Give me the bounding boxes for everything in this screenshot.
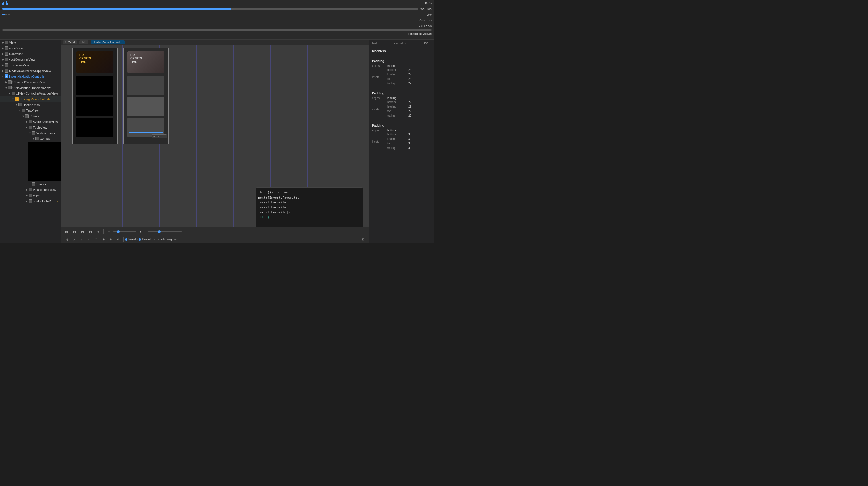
- tree-item-controller[interactable]: ▶ Controller: [0, 51, 61, 57]
- tree-toggle[interactable]: ▼: [32, 137, 35, 140]
- breadcrumb-invest[interactable]: Invest: [128, 238, 136, 241]
- tree-toggle-hosting-vc[interactable]: ▼: [11, 97, 15, 101]
- tree-item-uinav-transition[interactable]: ▼ UINavigationTransitionView: [0, 85, 61, 91]
- canvas-tab-tab[interactable]: Tab: [79, 40, 88, 44]
- view-icon: [8, 86, 12, 90]
- tree-toggle[interactable]: ▶: [1, 58, 4, 61]
- toolbar-btn-left-8[interactable]: ⊘: [115, 236, 122, 243]
- tree-item-spacer[interactable]: Spacer: [0, 181, 61, 187]
- toolbar-btn-layout3[interactable]: ⊠: [79, 229, 86, 235]
- tree-item-testview[interactable]: ▼ TestView: [0, 108, 61, 113]
- tree-item-hosting-view[interactable]: ▼ Hosting view: [0, 102, 61, 108]
- toolbar-btn-layout1[interactable]: ⊞: [63, 229, 70, 235]
- toolbar-btn-left-3[interactable]: ↑: [78, 236, 85, 243]
- tree-toggle[interactable]: ▼: [4, 86, 8, 90]
- view-icon: [28, 120, 32, 124]
- tree-toggle[interactable]: ▶: [1, 69, 4, 72]
- tree-toggle[interactable]: ▶: [25, 188, 28, 191]
- toolbar-btn-left-2[interactable]: ▷: [70, 236, 78, 243]
- toolbar-btn-left-1[interactable]: ◁: [63, 236, 70, 243]
- tree-item-view-2[interactable]: ▶ View: [0, 193, 61, 198]
- toolbar-btn-layout4[interactable]: ⊡: [87, 229, 94, 235]
- view-icon: [8, 80, 12, 84]
- tree-toggle[interactable]: ▼: [15, 103, 18, 106]
- tree-item-tupleview[interactable]: ▼ TupleView: [0, 125, 61, 130]
- toolbar-btn-left-7[interactable]: ⊗: [107, 236, 114, 243]
- tree-toggle[interactable]: ▶: [1, 63, 4, 67]
- tree-item-adowview[interactable]: ▶ adowView: [0, 45, 61, 51]
- toolbar-sep-2: [146, 229, 146, 234]
- tree-toggle-invest-nav[interactable]: ▼: [1, 75, 4, 78]
- breadcrumb-dot-thread: [138, 238, 141, 241]
- tree-toggle[interactable]: ▶: [4, 80, 8, 84]
- zoom-slider-2[interactable]: [148, 231, 182, 232]
- padding-row-edges-3: edges bottom: [372, 129, 431, 132]
- toolbar-btn-left-4[interactable]: ↓: [85, 236, 92, 243]
- view-icon: [4, 58, 8, 61]
- tree-toggle-vstack[interactable]: ▼: [28, 131, 32, 135]
- tree-item-overlay[interactable]: ▼ Overlay: [0, 136, 61, 141]
- canvas-viewport[interactable]: IT'S CRYPTO TIME: [61, 45, 369, 227]
- tree-toggle[interactable]: ▶: [25, 120, 28, 124]
- metrics-row-1: 100%: [2, 1, 432, 6]
- toolbar-btn-right[interactable]: ⊡: [360, 236, 367, 243]
- tree-item-layout-container[interactable]: ▶ youtContainerView: [0, 57, 61, 62]
- padding-row-edges-1: edges trailing: [372, 64, 431, 67]
- percentage-value: 100%: [424, 2, 432, 5]
- toolbar-btn-grid[interactable]: ⊞: [95, 229, 102, 235]
- tree-item-zstack[interactable]: ▼ ZStack: [0, 113, 61, 119]
- breadcrumb: Invest › Thread 1 › 0 mach_msg_trap: [125, 238, 178, 241]
- padding-section-1: Padding edges trailing insets bottom 22 …: [369, 57, 434, 89]
- props-header: text verbatim ...בפוו: [369, 40, 434, 47]
- tree-toggle[interactable]: ▶: [1, 52, 4, 56]
- tree-toggle[interactable]: ▼: [22, 115, 25, 118]
- view-icon: [32, 131, 36, 135]
- zero-kbs-1: Zero KB/s: [419, 19, 432, 22]
- toolbar-btn-left-5[interactable]: ⊙: [93, 236, 99, 243]
- tree-item-vertical-stack[interactable]: ▼ Vertical Stack - Center: [0, 130, 61, 136]
- foreground-label: - (Foreground Active): [405, 32, 432, 35]
- view-icon: [35, 137, 39, 141]
- zoom-slider[interactable]: [113, 231, 136, 232]
- tree-item-uivc-wrapper[interactable]: ▼ UIViewControllerWrapperView: [0, 91, 61, 96]
- phone-frame-grayscale: IT'S CRYPTO TIME הצג תרגום...: [123, 48, 168, 144]
- toolbar-btn-left-6[interactable]: ⊕: [100, 236, 107, 243]
- view-icon: [28, 126, 32, 129]
- tree-toggle[interactable]: ▶: [1, 46, 4, 50]
- zoom-thumb-2: [158, 230, 161, 233]
- crypto-text-1: IT'S CRYPTO TIME: [79, 53, 91, 64]
- toolbar-btn-layout2[interactable]: ⊟: [71, 229, 78, 235]
- tree-item-invest-nav[interactable]: ▼ N InvestNavigationController: [0, 74, 61, 79]
- breadcrumb-trap[interactable]: 0 mach_msg_trap: [156, 238, 178, 241]
- tree-item-view[interactable]: ▶ View: [0, 40, 61, 45]
- tree-item-analog-data[interactable]: ▶ analogDataRemarkView ⚠: [0, 198, 61, 204]
- app-container: 100% 268.7 MB: [0, 0, 434, 243]
- tree-item-transition[interactable]: ▶ TransitionView: [0, 62, 61, 68]
- tree-toggle[interactable]: ▶: [25, 199, 28, 203]
- crypto-card-2: IT'S CRYPTO TIME: [127, 51, 164, 73]
- tree-item-systemscroll[interactable]: ▶ SystemScrollView: [0, 119, 61, 125]
- tree-toggle[interactable]: ▼: [25, 126, 28, 129]
- tree-toggle[interactable]: ▶: [25, 194, 28, 197]
- canvas-tab-uiwind[interactable]: UIWind: [63, 40, 77, 44]
- metrics-row-3: Low: [2, 12, 432, 17]
- black-card-3: [76, 118, 113, 137]
- tree-toggle[interactable]: ▼: [18, 109, 22, 112]
- view-icon: [18, 103, 22, 107]
- canvas-tab-hosting[interactable]: Hosting View Controller: [91, 40, 125, 44]
- tree-item-visual-effect[interactable]: ▶ VisualEffectView: [0, 187, 61, 193]
- breadcrumb-sep: [123, 237, 124, 242]
- canvas-area: UIWind Tab Hosting View Controller: [61, 40, 369, 243]
- toolbar-btn-zoom-in[interactable]: +: [137, 229, 144, 235]
- tree-item-uilayout[interactable]: ▶ UILayoutContainerView: [0, 79, 61, 85]
- props-header-key: text: [372, 42, 377, 45]
- tree-toggle[interactable]: ▶: [1, 41, 4, 44]
- breadcrumb-thread[interactable]: Thread 1: [142, 238, 153, 241]
- hosting-vc-icon: H: [15, 97, 19, 101]
- tree-toggle[interactable]: ▼: [8, 92, 11, 95]
- phone-frames-container: IT'S CRYPTO TIME: [72, 48, 168, 144]
- view-icon: [4, 40, 8, 44]
- toolbar-btn-zoom-out[interactable]: −: [105, 229, 112, 235]
- tree-item-vc-wrapper[interactable]: ▶ UIViewControllerWrapperView: [0, 68, 61, 74]
- tree-item-hosting-vc[interactable]: ▼ H Hosting View Controller: [0, 96, 61, 102]
